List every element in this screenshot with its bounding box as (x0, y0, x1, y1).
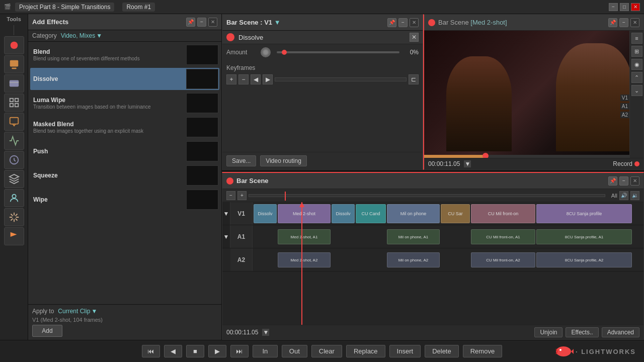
maximize-button[interactable]: □ (620, 3, 629, 11)
v1-clip-cu-cand[interactable]: CU Cand (356, 204, 386, 223)
kf-prev-btn[interactable]: ◀ (251, 74, 261, 84)
preview-side-btn-5[interactable]: ⌄ (631, 85, 642, 96)
clear-button[interactable]: Clear (311, 345, 342, 357)
toolbar-icon-3[interactable] (4, 74, 24, 93)
effects-button[interactable]: Effects.. (566, 327, 598, 337)
a1-collapse-btn[interactable]: ▼ (222, 225, 230, 248)
bs-v1-close-btn[interactable]: ✕ (410, 18, 419, 27)
preview-side-btn-4[interactable]: ⌃ (631, 72, 642, 83)
toolbar-icon-1[interactable] (4, 36, 24, 54)
go-end-button[interactable]: ⏭ (230, 345, 249, 357)
v1-clip-dissolv1[interactable]: Dissolv (254, 204, 277, 223)
category-value[interactable]: Video, Mixes (61, 32, 95, 39)
timeline-pin-btn[interactable]: 📌 (608, 176, 617, 186)
preview-side-btn-2[interactable]: ⊞ (631, 46, 642, 57)
a1-clip-8cu-sanja[interactable]: 8CU Sanja profile, A1 (536, 229, 632, 244)
toolbar-icon-5[interactable] (4, 113, 24, 131)
amount-slider[interactable] (277, 51, 399, 53)
close-button[interactable]: ✕ (631, 3, 640, 11)
toolbar-icon-4[interactable] (4, 94, 24, 112)
v1-clip-cu-sar[interactable]: CU Sar (441, 204, 470, 223)
effect-push[interactable]: Push (30, 140, 219, 162)
go-start-button[interactable]: ⏮ (142, 345, 160, 357)
kf-add-btn[interactable]: + (226, 74, 236, 84)
unjoin-button[interactable]: Unjoin (534, 327, 562, 337)
toolbar-icon-6[interactable] (4, 132, 24, 150)
kf-end-btn[interactable]: ⊏ (409, 74, 419, 84)
go-prev-button[interactable]: ◀ (164, 345, 182, 357)
toolbar-icon-10[interactable] (4, 208, 24, 226)
tl-scroll-track[interactable] (249, 194, 605, 197)
v1-clip-mil-phone[interactable]: Mil on phone (387, 204, 440, 223)
add-effect-button[interactable]: Add (32, 325, 62, 337)
effect-blend[interactable]: Blend Blend using one of seventeen diffe… (30, 44, 219, 66)
stop-button[interactable]: ■ (186, 345, 204, 357)
v1-clip-cu-mil[interactable]: CU Mil front-on (471, 204, 535, 223)
v1-clip-8cu-sanja[interactable]: 8CU Sanja profile (536, 204, 632, 223)
tl-zoom-out-btn[interactable]: − (226, 191, 235, 200)
v1-collapse-btn[interactable]: ▼ (222, 202, 230, 225)
apply-dropdown-icon[interactable]: ▼ (91, 308, 97, 315)
bs-v1-dropdown-icon[interactable]: ▼ (274, 19, 281, 26)
tl-audio-up-btn[interactable]: 🔉 (630, 191, 639, 200)
v1-clip-med2shot[interactable]: Med 2-shot (278, 204, 331, 223)
toolbar-icon-flag[interactable] (4, 227, 24, 245)
insert-button[interactable]: Insert (389, 345, 421, 357)
timeline-minimize-btn[interactable]: − (619, 176, 628, 186)
amount-knob[interactable] (261, 47, 271, 57)
toolbar-icon-7[interactable] (4, 151, 24, 169)
category-dropdown-icon[interactable]: ▼ (96, 32, 102, 39)
toolbar-icon-2[interactable] (4, 55, 24, 73)
effect-dissolve[interactable]: Dissolve (30, 68, 219, 90)
panel-close-btn[interactable]: ✕ (208, 18, 217, 27)
a1-clip-med2shot[interactable]: Med 2-shot, A1 (278, 229, 331, 244)
preview-rec-indicator (428, 19, 435, 26)
preview-title: Bar Scene [Med 2-shot] (438, 19, 608, 26)
bs-v1-minimize-btn[interactable]: − (398, 18, 408, 27)
a1-clip-mil-phone[interactable]: Mil on phone, A1 (387, 229, 440, 244)
a2-clip-mil-phone[interactable]: Mil on phone, A2 (387, 252, 440, 267)
effect-push-name: Push (33, 148, 184, 155)
preview-minimize-btn[interactable]: − (619, 18, 628, 27)
remove-button[interactable]: Remove (463, 345, 502, 357)
a2-clip-cu-mil[interactable]: CU Mil front-on, A2 (471, 252, 535, 267)
advanced-button[interactable]: Advanced (602, 327, 639, 337)
save-button[interactable]: Save... (226, 155, 256, 166)
a2-clip-8cu-sanja[interactable]: 8CU Sanja profile, A2 (536, 252, 632, 267)
delete-button[interactable]: Delete (425, 345, 459, 357)
go-next-button[interactable]: ▶ (208, 345, 226, 357)
apply-to-value[interactable]: Current Clip (58, 308, 90, 315)
kf-play-btn[interactable]: ▶ (263, 74, 273, 84)
tl-audio-down-btn[interactable]: 🔊 (619, 191, 628, 200)
tl-timecode-dropdown[interactable]: ▼ (262, 329, 269, 336)
preview-close-btn[interactable]: ✕ (630, 18, 639, 27)
preview-side-btn-1[interactable]: ≡ (631, 33, 642, 44)
effect-wipe[interactable]: Wipe (30, 189, 219, 211)
preview-pin-btn[interactable]: 📌 (608, 18, 617, 27)
effect-luma-wipe[interactable]: Luma Wipe Transition between images base… (30, 92, 219, 114)
replace-button[interactable]: Replace (346, 345, 385, 357)
out-button[interactable]: Out (282, 345, 307, 357)
panel-minimize-btn[interactable]: − (197, 18, 206, 27)
preview-timecode-dropdown[interactable]: ▼ (464, 160, 471, 167)
room-label[interactable]: Room #1 (122, 3, 155, 12)
bs-v1-pin-btn[interactable]: 📌 (387, 18, 396, 27)
effect-masked-blend[interactable]: Masked Blend Blend two images together u… (30, 116, 219, 138)
tl-zoom-in-btn[interactable]: + (237, 191, 247, 200)
toolbar-icon-8[interactable] (4, 170, 24, 188)
preview-side-btn-3[interactable]: ◉ (631, 59, 642, 70)
a1-clip-cu-mil[interactable]: CU Mil front-on, A1 (471, 229, 535, 244)
video-routing-button[interactable]: Video routing (260, 155, 307, 166)
dissolve-remove-btn[interactable]: ✕ (410, 33, 419, 42)
in-button[interactable]: In (253, 345, 278, 357)
panel-pin-btn[interactable]: 📌 (186, 18, 195, 27)
record-button[interactable]: Record (613, 160, 639, 167)
effect-squeeze[interactable]: Squeeze (30, 164, 219, 187)
timeline-close-btn[interactable]: ✕ (630, 176, 639, 186)
a2-clip-med2shot[interactable]: Med 2-shot, A2 (278, 252, 331, 267)
project-title[interactable]: Project Part 8 - Simple Transitions (15, 3, 114, 12)
toolbar-icon-9[interactable] (4, 189, 24, 207)
kf-remove-btn[interactable]: − (238, 74, 249, 84)
minimize-button[interactable]: − (609, 3, 618, 11)
v1-clip-dissolv2[interactable]: Dissolv (332, 204, 355, 223)
